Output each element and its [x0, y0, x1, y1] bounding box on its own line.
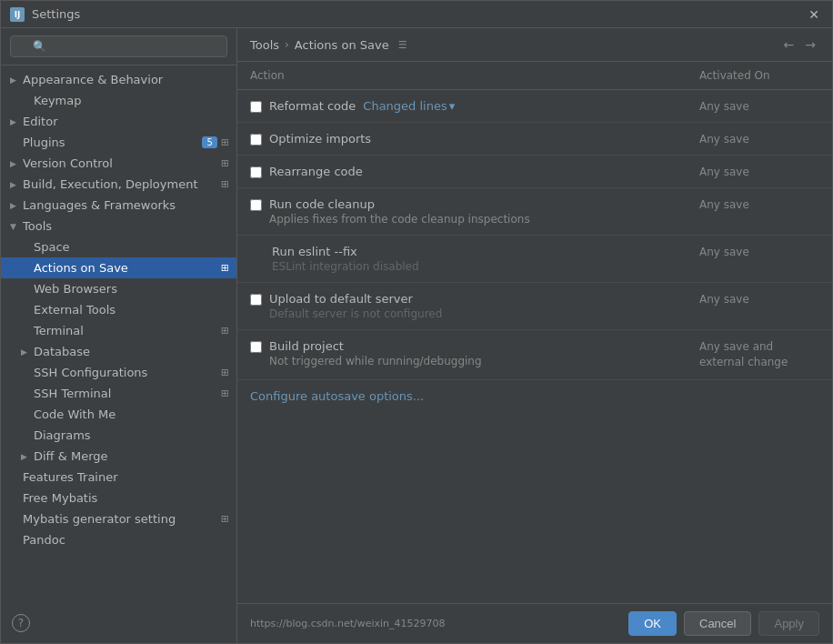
sidebar-item-label: SSH Configurations: [34, 365, 217, 380]
run-code-cleanup-checkbox[interactable]: [250, 199, 262, 211]
activated-cell: Any save andexternal change: [687, 330, 832, 380]
sidebar-item-diff-merge[interactable]: ▶ Diff & Merge: [1, 446, 236, 467]
sidebar-item-free-mybatis[interactable]: Free Mybatis: [1, 488, 236, 508]
sidebar-item-label: Pandoc: [23, 532, 229, 548]
actions-table: Action Activated On Reformat code: [237, 62, 832, 380]
arrow-icon: ▶: [10, 75, 23, 85]
sidebar-item-label: Build, Execution, Deployment: [23, 176, 217, 192]
action-cell-inner: Upload to default server Default server …: [250, 292, 674, 320]
sidebar-item-pandoc[interactable]: Pandoc: [1, 529, 236, 550]
main-content: Action Activated On Reformat code: [237, 62, 832, 603]
table-row: Run code cleanup Applies fixes from the …: [237, 188, 832, 236]
sidebar-item-mybatis-generator[interactable]: Mybatis generator setting ⊞: [1, 508, 236, 529]
cancel-button[interactable]: Cancel: [684, 611, 751, 636]
sidebar-item-label: Mybatis generator setting: [23, 511, 217, 527]
activated-value: Any save: [699, 293, 749, 306]
action-cell: Run code cleanup Applies fixes from the …: [237, 188, 687, 236]
action-cell-inner: Optimize imports: [250, 132, 674, 146]
sidebar-item-label: Database: [34, 344, 229, 359]
sidebar-item-keymap[interactable]: Keymap: [1, 90, 236, 111]
sidebar-item-diagrams[interactable]: Diagrams: [1, 425, 236, 446]
action-cell: Rearrange code: [237, 156, 687, 188]
nav-forward-button[interactable]: →: [801, 35, 819, 54]
sidebar-item-label: External Tools: [34, 302, 229, 317]
edit-icon: ⊞: [221, 387, 229, 399]
action-cell: Run eslint --fix ESLint integration disa…: [237, 236, 687, 283]
sidebar-item-label: Actions on Save: [34, 260, 217, 276]
window-title: Settings: [32, 7, 805, 21]
sidebar-item-label: Keymap: [34, 93, 229, 108]
activated-cell: Any save: [687, 188, 832, 236]
sidebar-item-version-control[interactable]: ▶ Version Control ⊞: [1, 153, 236, 174]
sidebar-item-languages-frameworks[interactable]: ▶ Languages & Frameworks: [1, 195, 236, 216]
sidebar-item-external-tools[interactable]: External Tools: [1, 299, 236, 320]
help-button[interactable]: ?: [12, 614, 30, 632]
search-box: 🔍: [1, 28, 236, 65]
sidebar-item-code-with-me[interactable]: Code With Me: [1, 404, 236, 425]
reformat-code-checkbox[interactable]: [250, 101, 262, 113]
sidebar-item-editor[interactable]: ▶ Editor: [1, 111, 236, 132]
sidebar-item-label: Features Trainer: [23, 469, 229, 485]
col-header-action: Action: [237, 62, 687, 90]
action-cell-inner: Build project Not triggered while runnin…: [250, 339, 674, 367]
sidebar-item-web-browsers[interactable]: Web Browsers: [1, 278, 236, 299]
nav-arrows: ← →: [780, 35, 819, 54]
scope-link[interactable]: Changed lines ▾: [363, 99, 455, 113]
sidebar-item-label: Plugins: [23, 135, 202, 150]
sidebar-item-database[interactable]: ▶ Database: [1, 341, 236, 362]
action-name: Run code cleanup: [269, 197, 530, 211]
sidebar-item-build-execution[interactable]: ▶ Build, Execution, Deployment ⊞: [1, 174, 236, 195]
activated-value: Any save: [699, 246, 749, 258]
nav-back-button[interactable]: ←: [780, 35, 798, 54]
url-hint: https://blog.csdn.net/weixin_41529708: [250, 618, 446, 629]
title-bar: IJ Settings ✕: [1, 1, 832, 28]
sidebar-item-tools[interactable]: ▼ Tools: [1, 216, 236, 236]
sidebar-item-ssh-configurations[interactable]: SSH Configurations ⊞: [1, 362, 236, 383]
activated-cell: Any save: [687, 123, 832, 156]
scope-dropdown-arrow: ▾: [449, 99, 456, 113]
plugins-badge: 5: [202, 136, 216, 148]
search-input[interactable]: [10, 35, 227, 57]
rearrange-code-checkbox[interactable]: [250, 166, 262, 178]
sidebar-item-label: Appearance & Behavior: [23, 72, 229, 87]
action-name: Optimize imports: [269, 132, 371, 146]
sidebar-item-appearance-behavior[interactable]: ▶ Appearance & Behavior: [1, 69, 236, 90]
build-project-checkbox[interactable]: [250, 341, 262, 353]
sidebar-item-plugins[interactable]: Plugins 5 ⊞: [1, 132, 236, 153]
breadcrumb-bar: Tools › Actions on Save ☰ ← →: [237, 28, 832, 62]
no-checkbox-spacer: [250, 247, 265, 261]
arrow-icon: ▶: [10, 201, 23, 210]
activated-value: Any save andexternal change: [699, 340, 788, 368]
sidebar-item-ssh-terminal[interactable]: SSH Terminal ⊞: [1, 383, 236, 404]
activated-value: Any save: [699, 133, 749, 146]
optimize-imports-checkbox[interactable]: [250, 134, 262, 146]
activated-cell: Any save: [687, 283, 832, 330]
sidebar-item-actions-on-save[interactable]: Actions on Save ⊞: [1, 257, 236, 278]
action-cell: Upload to default server Default server …: [237, 283, 687, 330]
upload-default-server-checkbox[interactable]: [250, 294, 262, 306]
apply-button[interactable]: Apply: [758, 611, 819, 636]
action-desc: Default server is not configured: [269, 307, 442, 320]
breadcrumb-separator: ›: [285, 38, 289, 51]
ok-button[interactable]: OK: [628, 611, 677, 636]
breadcrumb-edit-icon[interactable]: ☰: [398, 39, 407, 51]
sidebar-item-features-trainer[interactable]: Features Trainer: [1, 467, 236, 488]
breadcrumb-parent: Tools: [250, 38, 279, 52]
arrow-icon: ▶: [21, 347, 34, 357]
action-name-block: Upload to default server Default server …: [269, 292, 442, 320]
action-cell: Reformat code Changed lines ▾: [237, 90, 687, 123]
sidebar-item-label: SSH Terminal: [34, 386, 217, 401]
activated-value: Any save: [699, 100, 749, 113]
sidebar-item-label: Diff & Merge: [34, 448, 229, 464]
action-name-block: Rearrange code: [269, 165, 363, 178]
action-name: Run eslint --fix: [272, 245, 419, 258]
close-button[interactable]: ✕: [805, 5, 823, 24]
configure-autosave-link[interactable]: Configure autosave options...: [237, 380, 437, 412]
action-name: Upload to default server: [269, 292, 442, 306]
edit-icon: ⊞: [221, 262, 229, 274]
sidebar-item-label: Space: [34, 239, 229, 255]
sidebar-item-space[interactable]: Space: [1, 236, 236, 257]
action-desc: ESLint integration disabled: [272, 260, 419, 273]
sidebar-item-label: Tools: [23, 218, 229, 234]
sidebar-item-terminal[interactable]: Terminal ⊞: [1, 320, 236, 341]
